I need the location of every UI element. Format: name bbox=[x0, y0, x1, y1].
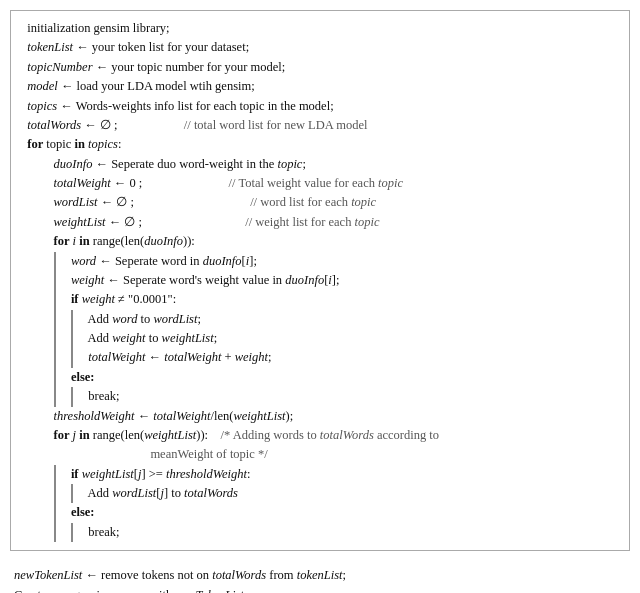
code-line: model ← load your LDA model wtih gensim; bbox=[21, 77, 619, 96]
code-line: totalWeight ← totalWeight + weight; bbox=[21, 348, 619, 367]
code-line: Add wordList[j] to totalWords bbox=[21, 484, 619, 503]
code-line: for i in range(len(duoInfo)): bbox=[21, 232, 619, 251]
footer-line-2: Create new gensim corpus with newTokenLi… bbox=[14, 585, 626, 593]
algorithm-box: initialization gensim library; tokenList… bbox=[10, 10, 630, 551]
code-line: wordList ← ∅ ; // word list for each top… bbox=[21, 193, 619, 212]
code-line: if weight ≠ "0.0001": bbox=[21, 290, 619, 309]
code-line: thresholdWeight ← totalWeight/len(weight… bbox=[21, 407, 619, 426]
code-line: else: bbox=[21, 503, 619, 522]
code-line: totalWords ← ∅ ; // total word list for … bbox=[21, 116, 619, 135]
code-line: initialization gensim library; bbox=[21, 19, 619, 38]
footer-line-1: newTokenList ← remove tokens not on tota… bbox=[14, 565, 626, 585]
code-line: Add weight to weightList; bbox=[21, 329, 619, 348]
code-line: Add word to wordList; bbox=[21, 310, 619, 329]
code-line: break; bbox=[21, 387, 619, 406]
code-line: for topic in topics: bbox=[21, 135, 619, 154]
code-line: word ← Seperate word in duoInfo[i]; bbox=[21, 252, 619, 271]
code-line: meanWeight of topic */ bbox=[21, 445, 619, 464]
code-line: duoInfo ← Seperate duo word-weight in th… bbox=[21, 155, 619, 174]
code-line: if weightList[j] >= thresholdWeight: bbox=[21, 465, 619, 484]
code-line: for j in range(len(weightList)): /* Addi… bbox=[21, 426, 619, 445]
code-line: tokenList ← your token list for your dat… bbox=[21, 38, 619, 57]
code-line: totalWeight ← 0 ; // Total weight value … bbox=[21, 174, 619, 193]
code-line: weightList ← ∅ ; // weight list for each… bbox=[21, 213, 619, 232]
code-line: topics ← Words-weights info list for eac… bbox=[21, 97, 619, 116]
footer-lines: newTokenList ← remove tokens not on tota… bbox=[10, 565, 630, 593]
code-line: break; bbox=[21, 523, 619, 542]
code-line: else: bbox=[21, 368, 619, 387]
code-line: topicNumber ← your topic number for your… bbox=[21, 58, 619, 77]
code-line: weight ← Seperate word's weight value in… bbox=[21, 271, 619, 290]
